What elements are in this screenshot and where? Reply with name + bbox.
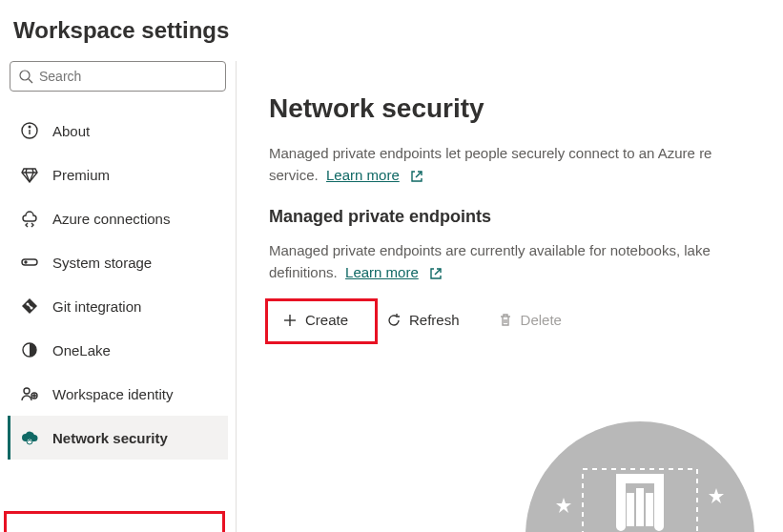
- plus-icon: [282, 313, 298, 328]
- sidebar-item-label: About: [52, 123, 90, 139]
- main-content: Network security Managed private endpoin…: [237, 61, 783, 532]
- search-box[interactable]: [10, 61, 226, 92]
- sidebar-item-system-storage[interactable]: System storage: [8, 240, 228, 284]
- sidebar-item-onelake[interactable]: OneLake: [8, 328, 228, 372]
- highlight-annotation: [4, 511, 225, 532]
- diamond-icon: [20, 165, 39, 184]
- search-input[interactable]: [39, 69, 217, 84]
- svg-point-13: [27, 439, 32, 444]
- info-icon: [20, 121, 39, 140]
- sidebar-item-workspace-identity[interactable]: Workspace identity: [8, 372, 228, 416]
- button-label: Delete: [521, 312, 562, 328]
- delete-button: Delete: [484, 304, 575, 336]
- create-button[interactable]: Create: [269, 304, 361, 336]
- refresh-button[interactable]: Refresh: [373, 304, 473, 336]
- svg-point-6: [25, 261, 27, 263]
- main-heading: Network security: [269, 93, 783, 124]
- description-text: Managed private endpoints let people sec…: [269, 143, 783, 186]
- identity-icon: [20, 384, 39, 403]
- external-link-icon: [428, 266, 443, 281]
- sub-heading: Managed private endpoints: [269, 207, 783, 227]
- storage-icon: [20, 253, 39, 272]
- sidebar-item-git-integration[interactable]: Git integration: [8, 284, 228, 328]
- svg-point-11: [24, 388, 30, 394]
- search-icon: [18, 69, 33, 84]
- sidebar-item-premium[interactable]: Premium: [8, 153, 228, 196]
- cloud-lock-icon: [20, 428, 39, 447]
- sidebar-item-label: Git integration: [52, 298, 141, 315]
- cloud-sync-icon: [20, 209, 39, 228]
- button-label: Refresh: [409, 312, 460, 328]
- learn-more-link[interactable]: Learn more: [326, 167, 400, 183]
- sidebar-item-network-security[interactable]: Network security: [8, 416, 228, 460]
- sidebar-item-label: Premium: [52, 167, 110, 183]
- page-title: Workspace settings: [0, 0, 783, 61]
- sidebar-item-label: OneLake: [52, 342, 111, 358]
- button-label: Create: [305, 312, 348, 328]
- refresh-icon: [386, 313, 402, 328]
- description-text: Managed private endpoints are currently …: [269, 240, 783, 283]
- svg-point-0: [20, 71, 30, 80]
- sidebar-item-label: Workspace identity: [52, 386, 173, 402]
- onelake-icon: [20, 340, 39, 359]
- sidebar: About Premium Azure connections System s…: [0, 61, 237, 532]
- sidebar-item-about[interactable]: About: [8, 109, 228, 153]
- git-icon: [20, 297, 39, 316]
- empty-state-illustration: [506, 402, 773, 532]
- trash-icon: [498, 313, 513, 328]
- external-link-icon: [409, 169, 424, 184]
- sidebar-item-label: Azure connections: [52, 211, 170, 227]
- sidebar-item-label: Network security: [52, 430, 168, 446]
- learn-more-link[interactable]: Learn more: [345, 264, 419, 280]
- svg-point-4: [29, 126, 31, 128]
- toolbar: Create Refresh Delete: [269, 304, 783, 336]
- sidebar-item-azure-connections[interactable]: Azure connections: [8, 196, 228, 240]
- sidebar-item-label: System storage: [52, 255, 152, 271]
- svg-line-1: [29, 79, 32, 83]
